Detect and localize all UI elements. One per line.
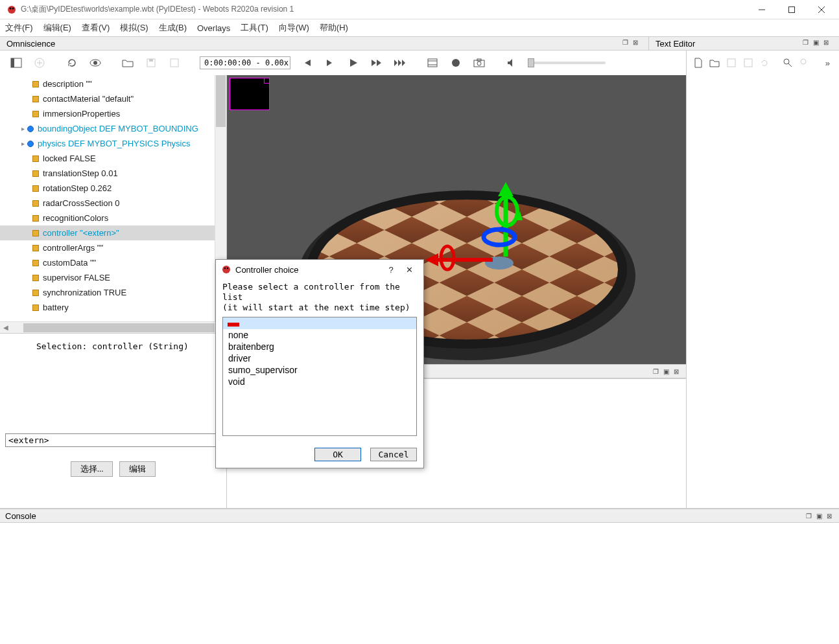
new-file-icon[interactable] xyxy=(693,56,703,70)
tree-item[interactable]: customData "" xyxy=(0,255,215,270)
console-panel-header-full: Console ❐ ▣ ⊠ xyxy=(0,509,839,523)
svg-line-27 xyxy=(788,63,792,67)
tree-item[interactable]: ▸physics DEF MYBOT_PHYSICS Physics xyxy=(0,136,215,151)
panel-float-icon[interactable]: ❐ xyxy=(803,39,812,48)
open-icon[interactable] xyxy=(121,56,135,70)
tree-item-label: rotationStep 0.262 xyxy=(43,183,112,193)
edit-button[interactable]: 编辑 xyxy=(119,461,156,477)
svg-point-0 xyxy=(8,6,16,14)
tree-scrollbar-h[interactable]: ◀▶ xyxy=(0,321,226,333)
reload-icon[interactable] xyxy=(65,56,79,70)
menu-view[interactable]: 查看(V) xyxy=(82,22,110,34)
cube-icon xyxy=(32,260,39,266)
fastest-icon[interactable] xyxy=(393,56,407,70)
tree-item-label: controller "<extern>" xyxy=(43,228,119,238)
screenshot-icon[interactable] xyxy=(472,56,486,70)
sound-icon[interactable] xyxy=(504,56,519,70)
tree-item[interactable]: ▸boundingObject DEF MYBOT_BOUNDING xyxy=(0,121,215,136)
panel-close-icon[interactable]: ⊠ xyxy=(633,39,642,48)
controller-option[interactable]: braitenberg xyxy=(223,341,416,352)
controller-option[interactable]: sumo_supervisor xyxy=(223,364,416,376)
cancel-button[interactable]: Cancel xyxy=(370,448,417,461)
panel-restore-icon[interactable]: ❐ xyxy=(622,39,632,48)
panel-restore-icon[interactable]: ▣ xyxy=(661,367,670,376)
tree-item-label: immersionProperties xyxy=(43,109,120,119)
save-icon[interactable] xyxy=(144,56,158,70)
replace-icon[interactable] xyxy=(799,56,810,70)
texteditor-panel-header: Text Editor ❐ ▣ ⊠ xyxy=(648,36,839,51)
movie-icon[interactable] xyxy=(425,56,440,70)
panel-restore-icon[interactable]: ▣ xyxy=(814,511,823,520)
panel-float-icon[interactable]: ❐ xyxy=(804,511,813,520)
svg-rect-4 xyxy=(789,6,795,12)
controller-option[interactable]: none xyxy=(223,329,416,341)
controller-option[interactable]: void xyxy=(223,376,416,387)
panel-close-icon[interactable]: ⊠ xyxy=(672,367,681,376)
tree-item-label: synchronization TRUE xyxy=(43,288,126,297)
rewind-icon[interactable] xyxy=(300,56,314,70)
record-icon[interactable] xyxy=(449,56,463,70)
panel-float-icon[interactable]: ❐ xyxy=(651,367,660,376)
tree-item[interactable]: locked FALSE xyxy=(0,151,215,166)
menu-build[interactable]: 生成(B) xyxy=(159,22,187,34)
menu-file[interactable]: 文件(F) xyxy=(5,22,33,34)
save-as-icon[interactable] xyxy=(167,56,182,70)
window-title: G:\桌面\PyIDEtest\worlds\example.wbt (PyID… xyxy=(21,4,747,15)
omniscience-label: Omniscience xyxy=(6,39,55,49)
selection-panel: Selection: controller (String) 选择... 编辑 xyxy=(0,333,226,508)
controller-list[interactable]: nonebraitenbergdriversumo_supervisorvoid xyxy=(222,317,417,436)
play-icon[interactable] xyxy=(346,56,360,70)
menu-edit[interactable]: 编辑(E) xyxy=(43,22,71,34)
tree-item[interactable]: translationStep 0.01 xyxy=(0,166,215,181)
step-icon[interactable] xyxy=(323,56,337,70)
revert-icon[interactable] xyxy=(759,56,769,70)
minimize-button[interactable] xyxy=(747,0,777,19)
tree-item[interactable]: controllerArgs "" xyxy=(0,240,215,255)
tree-item[interactable]: contactMaterial "default" xyxy=(0,91,215,106)
panel-restore-icon[interactable]: ▣ xyxy=(813,39,822,48)
panel-close-icon[interactable]: ⊠ xyxy=(825,511,834,520)
menu-guide[interactable]: 向导(W) xyxy=(279,22,309,34)
toggle-sidebar-icon[interactable] xyxy=(9,56,23,70)
tree-item[interactable]: battery xyxy=(0,300,215,315)
controller-option[interactable]: driver xyxy=(223,352,416,364)
menu-tools[interactable]: 工具(T) xyxy=(241,22,268,34)
tree-item[interactable]: recognitionColors xyxy=(0,211,215,225)
svg-point-28 xyxy=(801,59,806,64)
show-icon[interactable] xyxy=(88,56,102,70)
selection-value-input[interactable] xyxy=(5,433,221,447)
volume-slider[interactable] xyxy=(528,62,606,64)
save-file-icon[interactable] xyxy=(726,56,736,70)
more-icon[interactable]: » xyxy=(823,56,833,70)
open-file-icon[interactable] xyxy=(709,56,720,70)
scene-tree[interactable]: description ""contactMaterial "default"i… xyxy=(0,75,215,321)
tree-item[interactable]: description "" xyxy=(0,76,215,91)
close-button[interactable] xyxy=(807,0,836,19)
dialog-close-icon[interactable]: ✕ xyxy=(400,265,418,275)
tree-item[interactable]: synchronization TRUE xyxy=(0,285,215,300)
tree-item[interactable]: rotationStep 0.262 xyxy=(0,181,215,196)
panel-close-icon[interactable]: ⊠ xyxy=(823,39,833,48)
tree-item[interactable]: supervisor FALSE xyxy=(0,270,215,285)
texteditor-label: Text Editor xyxy=(656,39,695,49)
tree-item[interactable]: immersionProperties xyxy=(0,106,215,121)
menu-help[interactable]: 帮助(H) xyxy=(320,22,348,34)
chevron-right-icon[interactable]: ▸ xyxy=(18,125,27,132)
selection-label: Selection: controller (String) xyxy=(0,334,226,356)
controller-option[interactable] xyxy=(223,317,416,329)
menu-overlays[interactable]: Overlays xyxy=(197,23,230,33)
tree-item[interactable]: controller "<extern>" xyxy=(0,225,215,240)
search-icon[interactable] xyxy=(783,56,793,70)
save-all-icon[interactable] xyxy=(743,56,753,70)
cube-icon xyxy=(32,111,39,117)
menu-simulate[interactable]: 模拟(S) xyxy=(120,22,148,34)
tree-item-label: description "" xyxy=(43,79,92,89)
select-button[interactable]: 选择... xyxy=(71,461,113,477)
add-node-icon[interactable] xyxy=(32,56,47,70)
ok-button[interactable]: OK xyxy=(314,448,361,461)
tree-item[interactable]: radarCrossSection 0 xyxy=(0,196,215,211)
fast-icon[interactable] xyxy=(370,56,384,70)
dialog-help-icon[interactable]: ? xyxy=(382,265,400,275)
chevron-right-icon[interactable]: ▸ xyxy=(18,140,27,147)
maximize-button[interactable] xyxy=(777,0,807,19)
